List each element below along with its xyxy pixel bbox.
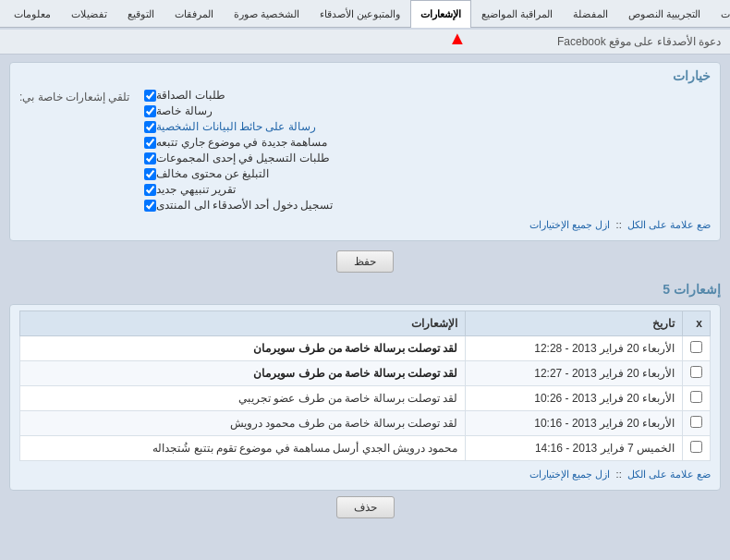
checkbox-0[interactable] (144, 90, 156, 102)
checkbox-label-4: طلبات التسجيل في إحدى المجموعات (156, 152, 329, 164)
table-row-0: الأربعاء 20 فراير 2013 - 12:28لقد توصلت … (20, 336, 711, 361)
table-row-2: الأربعاء 20 فراير 2013 - 10:26لقد توصلت … (20, 386, 711, 411)
row-checkbox-3[interactable] (690, 416, 702, 428)
row-notif-3: لقد توصلت برسالة خاصة من طرف محمود درويش (20, 411, 466, 436)
tab-notifications[interactable]: الإشعارات (410, 0, 471, 28)
select-all-row: ضع علامة على الكل :: ازل جميع الإختيارات (139, 219, 711, 231)
arrow-container: ▲ (0, 28, 730, 30)
row-checkbox-0[interactable] (690, 341, 702, 353)
delete-button[interactable]: حذف (336, 496, 395, 518)
checkbox-label-0: طلبات الصداقة (156, 89, 225, 102)
notifications-count-title: إشعارات 5 (9, 282, 721, 297)
personal-data-link[interactable]: رسالة على حائط البيانات الشخصية (156, 120, 315, 133)
col-notif-header: الإشعارات (20, 311, 466, 336)
checkbox-label-3: مساهمة جديدة في موضوع جاري تتبعه (156, 136, 327, 149)
checkbox-row-7: تسجيل دخول أحد الأصدقاء الى المنتدى (139, 199, 711, 212)
options-content: طلبات الصداقةرسالة خاصةرسالة على حائط ال… (19, 89, 711, 231)
checkbox-label-5: التبليغ عن محتوى مخالف (156, 167, 269, 180)
tab-watch-topics[interactable]: المراقبة المواضيع (471, 0, 563, 28)
top-navigation: الاجتماعية المنبهات التجريبية النصوص الم… (0, 0, 730, 28)
tab-signature[interactable]: التوقيع (117, 0, 164, 28)
checkbox-row-5: التبليغ عن محتوى مخالف (139, 167, 711, 180)
row-checkbox-cell-4 (683, 436, 711, 461)
row-notif-1: لقد توصلت برسالة خاصة من طرف سويرمان (20, 361, 466, 386)
checkbox-row-4: طلبات التسجيل في إحدى المجموعات (139, 152, 711, 164)
tab-favorites[interactable]: المفضلة (563, 0, 618, 28)
table-header-row: x تاريخ الإشعارات (20, 311, 711, 336)
checkbox-3[interactable] (144, 137, 156, 149)
checkbox-row-2: رسالة على حائط البيانات الشخصية (139, 120, 711, 133)
row-notif-2: لقد توصلت برسالة خاصة من طرف عضو تجريبي (20, 386, 466, 411)
col-date-header: تاريخ (466, 311, 683, 336)
row-date-4: الخميس 7 فراير 2013 - 14:16 (466, 436, 683, 461)
notif-remove-all-link[interactable]: ازل جميع الإختيارات (529, 469, 610, 480)
checkbox-row-6: تقرير تنبيهي جديد (139, 183, 711, 196)
options-title: خيارات (19, 68, 711, 83)
row-date-0: الأربعاء 20 فراير 2013 - 12:28 (466, 336, 683, 361)
table-row-4: الخميس 7 فراير 2013 - 14:16محمود درويش ا… (20, 436, 711, 461)
tab-experimental[interactable]: التجريبية النصوص (618, 0, 711, 28)
checkbox-6[interactable] (144, 184, 156, 196)
notifications-box: x تاريخ الإشعارات الأربعاء 20 فراير 2013… (9, 304, 721, 491)
tab-social-alerts[interactable]: الاجتماعية المنبهات (711, 0, 730, 28)
row-checkbox-cell-1 (683, 361, 711, 386)
checkbox-label-1: رسالة خاصة (156, 104, 212, 117)
checkboxes-area: طلبات الصداقةرسالة خاصةرسالة على حائط ال… (139, 89, 711, 231)
select-all-link[interactable]: ضع علامة على الكل (627, 219, 711, 230)
checkbox-row-0: طلبات الصداقة (139, 89, 711, 102)
checkbox-2[interactable] (144, 121, 156, 133)
checkbox-1[interactable] (144, 105, 156, 117)
tab-preferences[interactable]: تفضيلات (61, 0, 117, 28)
breadcrumb: دعوة الأصدقاء على موقع Facebook (0, 30, 730, 55)
receive-label: تلقي إشعارات خاصة بي: (19, 89, 139, 103)
options-section: خيارات طلبات الصداقةرسالة خاصةرسالة على … (9, 62, 721, 241)
checkbox-5[interactable] (144, 168, 156, 180)
remove-all-link[interactable]: ازل جميع الإختيارات (529, 219, 610, 230)
notifications-table: x تاريخ الإشعارات الأربعاء 20 فراير 2013… (19, 310, 711, 461)
main-content: خيارات طلبات الصداقةرسالة خاصةرسالة على … (0, 55, 730, 526)
tab-attachments[interactable]: المرفقات (164, 0, 224, 28)
row-checkbox-cell-2 (683, 386, 711, 411)
checkbox-row-1: رسالة خاصة (139, 104, 711, 117)
table-row-3: الأربعاء 20 فراير 2013 - 10:16لقد توصلت … (20, 411, 711, 436)
row-notif-0: لقد توصلت برسالة خاصة من طرف سويرمان (20, 336, 466, 361)
arrow-icon: ▲ (448, 28, 467, 49)
notif-select-all-row: ضع علامة على الكل :: ازل جميع الإختيارات (19, 469, 711, 481)
tab-profile-pic[interactable]: الشخصية صورة (224, 0, 310, 28)
tab-friends[interactable]: والمتبوعين الأصدقاء (310, 0, 410, 28)
save-button[interactable]: حفظ (336, 250, 394, 273)
checkbox-row-3: مساهمة جديدة في موضوع جاري تتبعه (139, 136, 711, 149)
notif-select-all-link[interactable]: ضع علامة على الكل (627, 469, 711, 480)
row-checkbox-4[interactable] (690, 441, 702, 453)
checkbox-4[interactable] (144, 152, 156, 164)
col-x-header: x (683, 311, 711, 336)
row-checkbox-1[interactable] (690, 366, 702, 378)
row-checkbox-2[interactable] (690, 391, 702, 403)
tab-info[interactable]: معلومات (4, 0, 61, 28)
row-checkbox-cell-3 (683, 411, 711, 436)
row-checkbox-cell-0 (683, 336, 711, 361)
row-notif-4: محمود درويش الجدي أرسل مساهمة في موضوع ت… (20, 436, 466, 461)
row-date-3: الأربعاء 20 فراير 2013 - 10:16 (466, 411, 683, 436)
checkbox-label-6: تقرير تنبيهي جديد (156, 183, 236, 196)
checkbox-label-2: رسالة على حائط البيانات الشخصية (156, 120, 315, 133)
table-row-1: الأربعاء 20 فراير 2013 - 12:27لقد توصلت … (20, 361, 711, 386)
row-date-2: الأربعاء 20 فراير 2013 - 10:26 (466, 386, 683, 411)
checkbox-7[interactable] (144, 200, 156, 212)
row-date-1: الأربعاء 20 فراير 2013 - 12:27 (466, 361, 683, 386)
checkbox-label-7: تسجيل دخول أحد الأصدقاء الى المنتدى (156, 199, 333, 212)
